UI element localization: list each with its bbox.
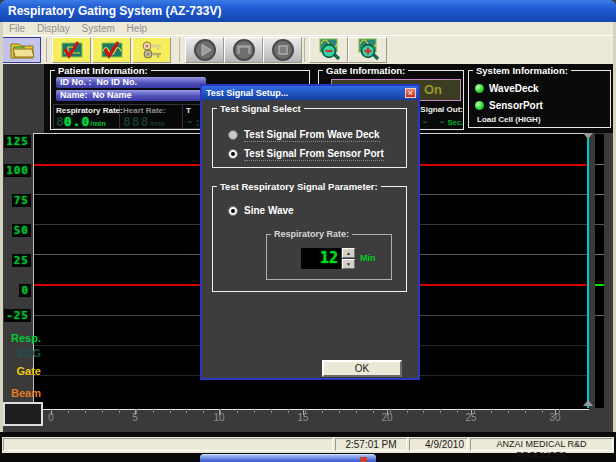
mini-strip-line <box>595 194 604 195</box>
system-information-panel: System Information: WaveDeck SensorPort … <box>468 70 611 128</box>
test-signal-setup-dialog: Test Signal Setup... × Test Signal Selec… <box>200 84 420 380</box>
respiratory-rate-display: Respiratory Rate: 80.0/min <box>56 106 123 130</box>
channel-label-ecg: ECG <box>0 347 41 359</box>
zoom-out-icon <box>316 38 342 62</box>
heart-rate-unit: /min <box>149 119 164 128</box>
heart-rate-display: Heart Rate: 888/min <box>123 106 166 130</box>
stop-icon <box>271 38 295 62</box>
stop-button[interactable] <box>263 37 302 63</box>
patient-name-bar: Name: No Name <box>56 90 206 101</box>
level-mini-strip <box>595 134 604 408</box>
open-patient-button[interactable] <box>2 37 41 63</box>
menu-display[interactable]: Display <box>37 23 70 34</box>
setup-keys-button[interactable] <box>132 37 171 63</box>
spinner-up-button[interactable]: ▲ <box>342 248 355 258</box>
radio-button-selected[interactable] <box>228 149 238 159</box>
dialog-title-bar[interactable]: Test Signal Setup... <box>202 86 418 100</box>
radio-row-sensor-port[interactable]: Test Signal From Sensor Port <box>228 143 384 161</box>
wavedeck-label: WaveDeck <box>489 83 539 94</box>
status-cell-empty <box>3 438 333 451</box>
status-company: ANZAI MEDICAL R&D PRODUCTS <box>470 438 613 451</box>
x-axis-label: 0 <box>36 412 66 423</box>
patient-name-value: No Name <box>93 90 132 100</box>
play-button[interactable] <box>185 37 224 63</box>
menu-help[interactable]: Help <box>127 23 148 34</box>
x-axis-label: 25 <box>456 412 486 423</box>
y-axis-label: 100 <box>0 164 31 177</box>
test-signal-select-legend: Test Signal Select <box>217 103 304 114</box>
gate-panel-legend: Gate Information: <box>323 65 408 76</box>
menu-bar: File Display System Help <box>0 22 616 35</box>
y-axis-label: 125 <box>0 135 31 148</box>
cursor-handle-bottom[interactable] <box>583 400 593 406</box>
x-axis-label: 10 <box>204 412 234 423</box>
resp-rate-unit: /min <box>90 119 105 128</box>
rate-value-display: 12 <box>301 248 341 269</box>
peek-close-icon <box>360 457 367 462</box>
rate-unit-label: Min <box>360 253 376 263</box>
x-axis-label: 30 <box>540 412 570 423</box>
radio-row-wave-deck[interactable]: Test Signal From Wave Deck <box>228 124 380 142</box>
heart-rate-value: 888 <box>123 114 149 129</box>
patient-name-label: Name: <box>60 90 88 100</box>
dialog-close-button[interactable]: × <box>405 88 416 98</box>
wavedeck-status-row: WaveDeck <box>475 83 539 94</box>
cursor-handle-top[interactable] <box>583 133 593 139</box>
test-respiratory-parameter-legend: Test Respiratory Signal Parameter: <box>217 181 381 192</box>
x-axis-label: 20 <box>372 412 402 423</box>
menu-system[interactable]: System <box>81 23 114 34</box>
pulse-icon <box>232 38 256 62</box>
zoom-in-button[interactable] <box>348 37 387 63</box>
menu-file[interactable]: File <box>9 23 25 34</box>
mini-strip-line <box>595 164 604 165</box>
radio-button-selected[interactable] <box>228 206 238 216</box>
radio-row-sine-wave[interactable]: Sine Wave <box>228 200 294 218</box>
gate-status-value: On <box>424 82 442 97</box>
channel-label-gate: Gate <box>0 365 41 377</box>
y-axis-label: 0 <box>0 284 31 297</box>
ok-button[interactable]: OK <box>322 360 402 377</box>
radio-button-unselected[interactable] <box>228 130 238 140</box>
status-time: 2:57:01 PM <box>335 438 407 451</box>
toolbar-separator <box>179 38 180 62</box>
respiratory-rate-legend: Respiratory Rate: <box>271 229 352 239</box>
status-date: 4/9/2010 <box>409 438 468 451</box>
app-window: Respiratory Gating System (AZ-733V) File… <box>0 0 616 462</box>
y-axis-label: -25 <box>0 309 31 322</box>
play-icon <box>193 38 217 62</box>
radio-label-sine-wave[interactable]: Sine Wave <box>244 205 294 217</box>
time-cursor-line[interactable] <box>587 134 589 408</box>
channel-label-resp: Resp. <box>0 332 41 344</box>
patient-id-bar: ID No. : No ID No. <box>56 77 206 88</box>
resp-rate-value: 0.0 <box>64 114 90 129</box>
toolbar-separator <box>46 38 47 62</box>
toolbar-separator <box>304 38 305 62</box>
test-sensorport-button[interactable] <box>92 37 131 63</box>
toolbar <box>0 35 616 64</box>
background-window-peek[interactable] <box>200 454 376 462</box>
zoom-out-button[interactable] <box>309 37 348 63</box>
respiratory-rate-fieldset: Respiratory Rate: 12 ▲ ▼ Min <box>266 234 392 280</box>
sensorport-status-row: SensorPort <box>475 100 543 111</box>
system-panel-legend: System Information: <box>473 65 571 76</box>
gate-pulse-button[interactable] <box>224 37 263 63</box>
sensorport-led-icon <box>475 101 484 110</box>
channel-label-beam: Beam <box>0 387 41 399</box>
radio-label-wave-deck[interactable]: Test Signal From Wave Deck <box>244 129 380 142</box>
check-sine-icon <box>99 40 125 60</box>
status-bar: 2:57:01 PM 4/9/2010 ANZAI MEDICAL R&D PR… <box>2 437 614 453</box>
y-axis-label: 50 <box>0 224 31 237</box>
test-wavedeck-button[interactable] <box>52 37 91 63</box>
gate-signal-out-unit: Sec. <box>448 118 463 127</box>
mini-strip-line <box>595 254 604 255</box>
x-axis-label: 15 <box>288 412 318 423</box>
patient-panel-legend: Patient Information: <box>55 65 151 76</box>
dialog-title: Test Signal Setup... <box>206 88 288 98</box>
zoom-in-icon <box>355 38 381 62</box>
x-axis-label: 5 <box>120 412 150 423</box>
check-pulse-icon <box>59 40 85 60</box>
wavedeck-led-icon <box>475 84 484 93</box>
rate-spinner: ▲ ▼ <box>342 248 355 269</box>
spinner-down-button[interactable]: ▼ <box>342 259 355 269</box>
radio-label-sensor-port[interactable]: Test Signal From Sensor Port <box>244 148 384 161</box>
